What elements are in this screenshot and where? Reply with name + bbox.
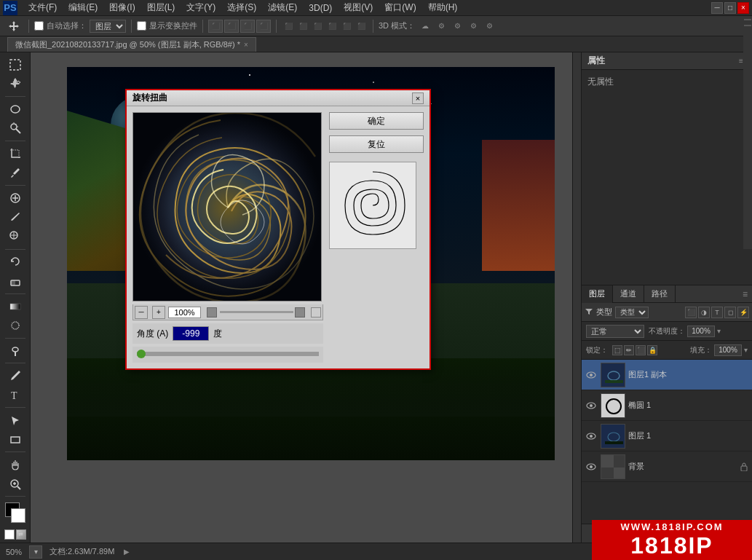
zoom-in-btn[interactable]: + bbox=[152, 306, 165, 319]
filter-text-btn[interactable]: T bbox=[711, 307, 723, 318]
minimize-btn[interactable]: ─ bbox=[711, 2, 723, 14]
eraser-tool[interactable] bbox=[4, 272, 27, 291]
tab-paths[interactable]: 路径 bbox=[644, 285, 676, 303]
hand-tool[interactable] bbox=[4, 455, 27, 474]
reset-btn[interactable]: 复位 bbox=[329, 135, 424, 153]
fill-input[interactable] bbox=[714, 344, 742, 356]
selection-tool[interactable] bbox=[4, 55, 27, 74]
lock-pos-btn[interactable]: ✏ bbox=[624, 345, 634, 355]
restore-btn[interactable]: □ bbox=[724, 2, 736, 14]
layer-item-1[interactable]: 椭圆 1 bbox=[582, 390, 752, 421]
tab-close-btn[interactable]: × bbox=[244, 41, 248, 49]
magic-wand-tool[interactable] bbox=[4, 119, 27, 138]
menu-3d[interactable]: 3D(D) bbox=[304, 1, 337, 15]
menu-filter[interactable]: 滤镜(E) bbox=[263, 0, 302, 15]
shape-tool[interactable] bbox=[4, 430, 27, 449]
lock-all-btn[interactable]: 🔒 bbox=[647, 345, 657, 355]
filter-shape-btn[interactable]: ◻ bbox=[724, 307, 736, 318]
show-transform-check[interactable] bbox=[137, 21, 146, 31]
doc-info-btn[interactable]: ▶ bbox=[122, 547, 132, 557]
3d-btn-4[interactable]: ⚙ bbox=[466, 20, 480, 33]
opacity-dropdown[interactable]: ▾ bbox=[717, 327, 721, 335]
path-selection-tool[interactable] bbox=[4, 411, 27, 430]
fill-dropdown[interactable]: ▾ bbox=[744, 346, 748, 354]
distribute-btn[interactable]: ⬛ bbox=[256, 20, 271, 33]
layer-eye-1[interactable] bbox=[585, 399, 598, 412]
angle-input[interactable] bbox=[173, 326, 209, 341]
blur-tool[interactable] bbox=[4, 316, 27, 335]
brush-tool[interactable] bbox=[4, 208, 27, 227]
menu-edit[interactable]: 编辑(E) bbox=[63, 0, 103, 15]
svg-rect-35 bbox=[601, 394, 625, 418]
color-swatches[interactable] bbox=[5, 502, 25, 523]
clone-tool[interactable] bbox=[4, 227, 27, 246]
3d-btn-2[interactable]: ⚙ bbox=[434, 20, 448, 33]
dodge-tool[interactable] bbox=[4, 342, 27, 360]
confirm-btn[interactable]: 确定 bbox=[329, 112, 424, 130]
align-right-btn[interactable]: ⬛ bbox=[240, 20, 255, 33]
auto-select-dropdown[interactable]: 图层 组 bbox=[90, 20, 126, 33]
zoom-menu-btn[interactable]: ▾ bbox=[29, 545, 42, 559]
opacity-input[interactable] bbox=[687, 326, 715, 337]
menu-image[interactable]: 图像(I) bbox=[104, 0, 140, 15]
dialog-close-btn[interactable]: × bbox=[412, 92, 424, 104]
menu-text[interactable]: 文字(Y) bbox=[181, 0, 221, 15]
preview-scrollbar[interactable] bbox=[220, 311, 293, 313]
svg-rect-14 bbox=[11, 280, 15, 285]
close-btn[interactable]: × bbox=[737, 2, 749, 14]
layer-item-3[interactable]: 背景 bbox=[582, 451, 752, 482]
align-center-btn[interactable]: ⬛ bbox=[224, 20, 239, 33]
filter-pixel-btn[interactable]: ⬛ bbox=[685, 307, 697, 318]
layer-eye-3[interactable] bbox=[585, 460, 598, 473]
3d-btn-1[interactable]: ☁ bbox=[418, 20, 432, 33]
svg-line-2 bbox=[16, 129, 20, 133]
filter-type-select[interactable]: 类型 bbox=[615, 307, 649, 318]
move-tool[interactable] bbox=[4, 75, 27, 94]
eyedropper-tool[interactable] bbox=[4, 164, 27, 183]
lasso-tool[interactable] bbox=[4, 100, 27, 119]
layer-eye-2[interactable] bbox=[585, 430, 598, 443]
menu-help[interactable]: 帮助(H) bbox=[423, 0, 463, 15]
menu-window[interactable]: 窗口(W) bbox=[379, 0, 421, 15]
dialog-titlebar[interactable]: 旋转扭曲 × bbox=[127, 90, 430, 106]
menu-file[interactable]: 文件(F) bbox=[23, 0, 62, 15]
layer-eye-0[interactable] bbox=[585, 368, 598, 382]
crop-tool[interactable] bbox=[4, 144, 27, 163]
align-left-btn[interactable]: ⬛ bbox=[208, 20, 223, 33]
lock-pixel-btn[interactable]: ⬚ bbox=[612, 345, 622, 355]
history-brush-tool[interactable] bbox=[4, 253, 27, 272]
filter-sm-btn[interactable]: ⚡ bbox=[737, 307, 749, 318]
auto-select-check[interactable] bbox=[34, 21, 44, 31]
zoom-input[interactable] bbox=[168, 307, 201, 318]
gradient-tool[interactable] bbox=[4, 297, 27, 316]
text-tool[interactable]: T bbox=[4, 386, 27, 405]
heal-tool[interactable] bbox=[4, 189, 27, 208]
lock-art-btn[interactable]: ⬛ bbox=[636, 345, 646, 355]
angle-slider[interactable] bbox=[137, 352, 319, 356]
properties-empty-label: 无属性 bbox=[587, 76, 614, 87]
menu-view[interactable]: 视图(V) bbox=[339, 0, 378, 15]
3d-btn-5[interactable]: ⚙ bbox=[482, 20, 496, 33]
default-colors-btn[interactable] bbox=[4, 529, 15, 540]
file-tab[interactable]: 微信截图_20210820133717.jpg @ 50% (图层1 副本, R… bbox=[7, 37, 256, 52]
background-color[interactable] bbox=[11, 508, 25, 523]
align-icon-6: ⬛ bbox=[355, 20, 368, 33]
filter-adj-btn[interactable]: ◑ bbox=[698, 307, 710, 318]
zoom-out-btn[interactable]: ─ bbox=[135, 306, 148, 319]
layer-item-2[interactable]: 图层 1 bbox=[582, 421, 752, 451]
move-tool-btn[interactable] bbox=[4, 19, 23, 33]
scroll-btn[interactable] bbox=[295, 307, 305, 318]
3d-btn-3[interactable]: ⚙ bbox=[450, 20, 464, 33]
layers-panel-menu[interactable]: ≡ bbox=[738, 289, 752, 299]
menu-select[interactable]: 选择(S) bbox=[222, 0, 261, 15]
pen-tool[interactable] bbox=[4, 366, 27, 385]
layer-thumb-2 bbox=[601, 424, 625, 449]
tab-channels[interactable]: 通道 bbox=[613, 285, 644, 303]
zoom-tool[interactable] bbox=[4, 475, 27, 494]
tab-layers[interactable]: 图层 bbox=[582, 285, 613, 303]
menu-layer[interactable]: 图层(L) bbox=[142, 0, 181, 15]
swap-colors-btn[interactable]: ⇄ bbox=[16, 529, 26, 540]
scroll-right-btn[interactable]: ▶ bbox=[311, 307, 321, 318]
blend-mode-select[interactable]: 正常 bbox=[586, 325, 644, 338]
layer-item-0[interactable]: 图层1 副本 bbox=[582, 360, 752, 390]
